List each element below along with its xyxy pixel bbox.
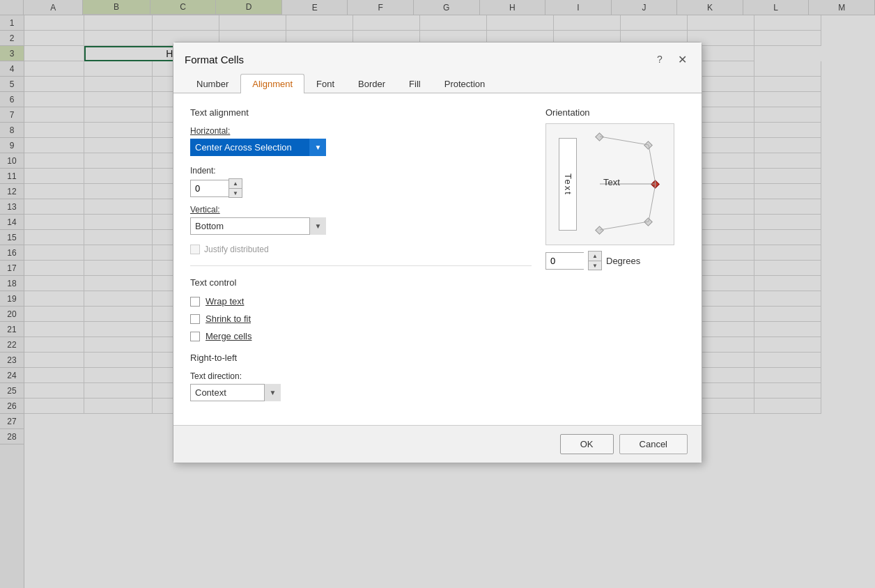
degrees-input[interactable]: [545, 252, 584, 270]
ok-button[interactable]: OK: [560, 434, 614, 454]
degrees-label: Degrees: [606, 256, 640, 266]
indent-input[interactable]: [190, 180, 229, 197]
degrees-row: ▲ ▼ Degrees: [545, 251, 685, 270]
rtl-title: Right-to-left: [190, 353, 532, 363]
horizontal-label: Horizontal:: [190, 126, 532, 136]
help-button[interactable]: ?: [651, 51, 668, 68]
merge-cells-label: Merge cells: [206, 331, 251, 341]
text-alignment-title: Text alignment: [190, 107, 532, 118]
justify-distributed-row: Justify distributed: [190, 245, 532, 254]
orient-horizontal-text: Text: [603, 177, 620, 187]
tab-protection[interactable]: Protection: [433, 74, 497, 93]
horizontal-select[interactable]: Center Across Selection: [190, 139, 326, 156]
orientation-title: Orientation: [545, 107, 685, 118]
shrink-to-fit-row: Shrink to fit: [190, 314, 532, 324]
text-control-section: Text control Wrap text Shrink to fit: [190, 277, 532, 341]
shrink-to-fit-label: Shrink to fit: [206, 314, 251, 324]
dialog-title: Format Cells: [185, 54, 244, 65]
justify-distributed-label: Justify distributed: [204, 245, 269, 254]
divider: [190, 265, 532, 266]
horizontal-select-container: Center Across Selection ▼: [190, 139, 326, 156]
svg-line-3: [600, 222, 649, 230]
degrees-up-button[interactable]: ▲: [589, 252, 601, 261]
vertical-select-container: Bottom ▼: [190, 217, 326, 235]
dialog-tabs: Number Alignment Font Border Fill Protec…: [173, 68, 702, 93]
tab-alignment[interactable]: Alignment: [240, 74, 304, 93]
text-direction-label: Text direction:: [190, 371, 532, 381]
indent-spinner-buttons: ▲ ▼: [229, 178, 242, 198]
indent-label: Indent:: [190, 166, 242, 176]
horizontal-field-group: Horizontal: Center Across Selection ▼: [190, 126, 532, 156]
svg-line-2: [649, 184, 656, 222]
merge-cells-row: Merge cells: [190, 331, 532, 341]
dialog-overlay: Format Cells ? ✕ Number Alignment Font B…: [0, 0, 875, 588]
close-button[interactable]: ✕: [674, 51, 690, 68]
left-section: Text alignment Horizontal: Center Across…: [190, 107, 532, 411]
wrap-text-row: Wrap text: [190, 296, 532, 307]
text-direction-select[interactable]: Context: [190, 384, 281, 401]
svg-line-1: [649, 145, 656, 184]
vertical-select[interactable]: Bottom: [190, 217, 326, 235]
dialog-titlebar: Format Cells ? ✕: [173, 42, 702, 68]
tab-fill[interactable]: Fill: [397, 74, 433, 93]
main-layout: Text alignment Horizontal: Center Across…: [190, 107, 685, 411]
tab-font[interactable]: Font: [304, 74, 346, 93]
indent-group: Indent: ▲ ▼: [190, 166, 242, 198]
dialog-footer: OK Cancel: [173, 425, 702, 463]
indent-up-button[interactable]: ▲: [229, 179, 242, 188]
tab-border[interactable]: Border: [346, 74, 397, 93]
text-direction-select-container: Context ▼: [190, 384, 281, 401]
format-cells-dialog: Format Cells ? ✕ Number Alignment Font B…: [173, 42, 702, 463]
degrees-down-button[interactable]: ▼: [589, 261, 601, 270]
wrap-text-label: Wrap text: [206, 296, 244, 307]
rtl-section: Right-to-left Text direction: Context ▼: [190, 353, 532, 401]
justify-distributed-checkbox: [190, 245, 200, 254]
wrap-text-checkbox[interactable]: [190, 297, 200, 307]
indent-down-button[interactable]: ▼: [229, 188, 242, 197]
orientation-widget: Text: [545, 123, 674, 245]
horizontal-indent-row: Indent: ▲ ▼: [190, 166, 532, 198]
text-control-title: Text control: [190, 277, 532, 288]
svg-line-0: [600, 137, 649, 145]
orientation-section: Orientation Text: [545, 107, 685, 411]
degrees-spinner-buttons: ▲ ▼: [588, 251, 602, 270]
dialog-controls: ? ✕: [651, 51, 690, 68]
vertical-label: Vertical:: [190, 205, 532, 215]
horizontal-select-row: Center Across Selection ▼: [190, 139, 532, 156]
dialog-body: Text alignment Horizontal: Center Across…: [173, 93, 702, 425]
text-direction-group: Text direction: Context ▼: [190, 371, 532, 401]
cancel-button[interactable]: Cancel: [619, 434, 688, 454]
vertical-field-group: Vertical: Bottom ▼: [190, 205, 532, 235]
indent-spinner: ▲ ▼: [190, 178, 242, 198]
shrink-to-fit-checkbox[interactable]: [190, 314, 200, 324]
tab-number[interactable]: Number: [185, 74, 240, 93]
merge-cells-checkbox[interactable]: [190, 332, 200, 341]
